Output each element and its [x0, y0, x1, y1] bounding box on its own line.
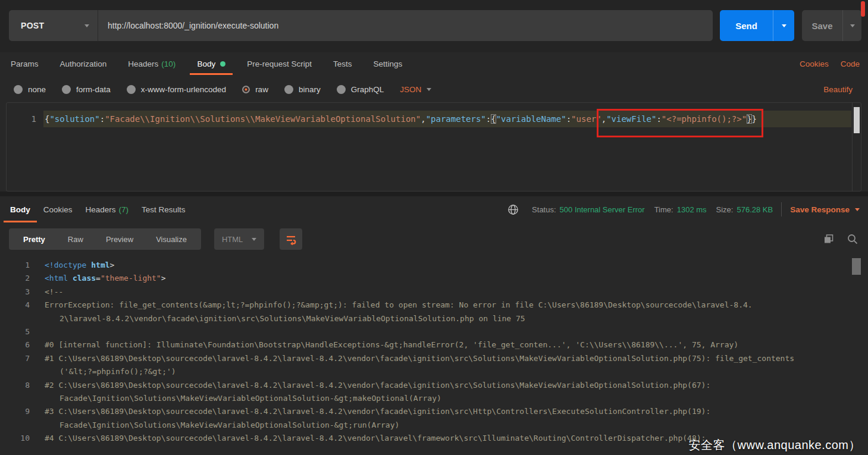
code-text: #4 C:\Users\86189\Desktop\sourcecode\lar…	[45, 432, 706, 445]
response-scrollbar-thumb[interactable]	[852, 258, 861, 275]
scrollbar-indicator[interactable]	[861, 1, 865, 17]
token: 2\laravel-8.4.2\vendor\facade\ignition\s…	[59, 314, 525, 323]
search-button[interactable]	[847, 233, 858, 245]
body-mode-graphql[interactable]: GraphQL	[337, 85, 384, 94]
response-status-bar: Status: 500 Internal Server Error Time: …	[507, 196, 860, 222]
token: Facade\Ignition\Solutions\MakeViewVariab…	[59, 394, 441, 403]
request-bar: POST http://localhost:8000/_ignition/exe…	[0, 0, 868, 52]
size-label: Size:	[716, 205, 734, 214]
line-number: 10	[0, 432, 30, 445]
wrap-text-button[interactable]	[280, 228, 302, 250]
tab-tests[interactable]: Tests	[322, 52, 363, 75]
token: "solution"	[49, 114, 99, 124]
format-label: HTML	[222, 235, 243, 244]
method-caret-icon	[84, 24, 89, 27]
view-tab-raw[interactable]: Raw	[57, 228, 95, 250]
body-mode-none[interactable]: none	[14, 85, 46, 94]
send-label[interactable]: Send	[720, 10, 773, 41]
url-input[interactable]: http://localhost:8000/_ignition/execute-…	[98, 10, 713, 41]
radio-icon	[242, 86, 250, 93]
token: ('&lt;?=phpinfo();?&gt;')	[59, 367, 176, 376]
method-selector[interactable]: POST	[9, 10, 98, 41]
mode-label: binary	[299, 85, 321, 94]
tab-headers[interactable]: Headers(7)	[79, 196, 136, 222]
response-rows: 1<!doctype html>2<html class="theme-ligh…	[0, 259, 868, 445]
token: class	[68, 274, 96, 283]
tab-body[interactable]: Body	[186, 52, 236, 75]
mode-label: GraphQL	[351, 85, 384, 94]
token: #0 [internal function]: Illuminate\Found…	[45, 340, 738, 349]
line-number: 3	[0, 285, 30, 299]
code-text: ('&lt;?=phpinfo();?&gt;')	[59, 365, 176, 378]
token: "parameters"	[426, 114, 486, 124]
method-label: POST	[21, 21, 44, 30]
token: #2 C:\Users\86189\Desktop\sourcecode\lar…	[45, 381, 710, 390]
tab-label: Params	[11, 59, 39, 68]
beautify-link[interactable]: Beautify	[823, 77, 853, 101]
chevron-down-icon	[782, 24, 786, 27]
save-label[interactable]: Save	[802, 10, 842, 41]
save-options-button[interactable]	[842, 10, 861, 41]
body-mode-raw[interactable]: raw	[242, 85, 268, 94]
code-text: ErrorException: file_get_contents(&amp;l…	[45, 299, 753, 312]
editor-scrollbar-thumb[interactable]	[854, 107, 860, 133]
chevron-down-icon	[855, 208, 860, 211]
tab-body[interactable]: Body	[4, 196, 37, 222]
raw-type-selector[interactable]: JSON	[400, 85, 431, 94]
save-response-button[interactable]: Save Response	[790, 205, 860, 214]
view-tab-visualize[interactable]: Visualize	[145, 228, 198, 250]
body-mode-x-www-form-urlencoded[interactable]: x-www-form-urlencoded	[127, 85, 226, 94]
cookies-link[interactable]: Cookies	[800, 59, 829, 68]
body-mode-form-data[interactable]: form-data	[62, 85, 111, 94]
line-number	[0, 419, 30, 432]
token: #1 C:\Users\86189\Desktop\sourcecode\lar…	[45, 354, 794, 363]
format-selector[interactable]: HTML	[214, 228, 264, 250]
tab-pre-request-script[interactable]: Pre-request Script	[236, 52, 322, 75]
tab-params[interactable]: Params	[0, 52, 49, 75]
code-text: #1 C:\Users\86189\Desktop\sourcecode\lar…	[45, 352, 794, 365]
save-button[interactable]: Save	[802, 10, 861, 41]
token: #3 C:\Users\86189\Desktop\sourcecode\lar…	[45, 407, 710, 416]
token: {	[491, 114, 496, 124]
status-value: 500 Internal Server Error	[560, 205, 645, 214]
tab-count: (10)	[161, 59, 176, 68]
token: "Facade\\Ignition\\Solutions\\MakeViewVa…	[105, 114, 421, 124]
radio-icon	[284, 85, 293, 94]
body-dot-icon	[220, 61, 225, 67]
editor-active-line: {"solution":"Facade\\Ignition\\Solutions…	[43, 111, 851, 127]
tab-settings[interactable]: Settings	[362, 52, 413, 75]
code-row: Facade\Ignition\Solutions\MakeViewVariab…	[0, 419, 868, 432]
view-tab-pretty[interactable]: Pretty	[12, 228, 57, 250]
code-link[interactable]: Code	[841, 59, 860, 68]
code-text: <html class="theme-light">	[45, 272, 166, 285]
status-label: Status:	[532, 205, 556, 214]
line-number	[0, 392, 30, 405]
tab-cookies[interactable]: Cookies	[37, 196, 79, 222]
code-text: #2 C:\Users\86189\Desktop\sourcecode\lar…	[45, 379, 710, 392]
tab-headers[interactable]: Headers(10)	[117, 52, 186, 75]
line-number: 4	[0, 299, 30, 312]
chevron-down-icon	[850, 24, 855, 27]
mode-label: form-data	[76, 85, 111, 94]
section-divider	[0, 192, 868, 196]
send-button[interactable]: Send	[720, 10, 794, 41]
view-tab-preview[interactable]: Preview	[95, 228, 145, 250]
tab-label: Cookies	[43, 205, 73, 214]
code-row: 3<!--	[0, 285, 868, 299]
response-body[interactable]: 1<!doctype html>2<html class="theme-ligh…	[0, 255, 868, 455]
tab-authorization[interactable]: Authorization	[49, 52, 118, 75]
token: >	[110, 261, 115, 269]
request-links: Cookies Code	[800, 52, 860, 75]
editor-scrollbar[interactable]	[852, 103, 861, 191]
copy-icon	[823, 233, 835, 245]
request-body-editor[interactable]: 1 {"solution":"Facade\\Ignition\\Solutio…	[6, 102, 861, 192]
copy-button[interactable]	[823, 233, 835, 245]
radio-icon	[62, 85, 71, 94]
token: :	[566, 114, 571, 124]
send-options-button[interactable]	[773, 10, 794, 41]
body-mode-binary[interactable]: binary	[284, 85, 321, 94]
token: "user"	[571, 114, 601, 124]
token: :	[656, 114, 661, 124]
tab-test-results[interactable]: Test Results	[135, 196, 192, 222]
code-text: 2\laravel-8.4.2\vendor\facade\ignition\s…	[59, 312, 525, 325]
